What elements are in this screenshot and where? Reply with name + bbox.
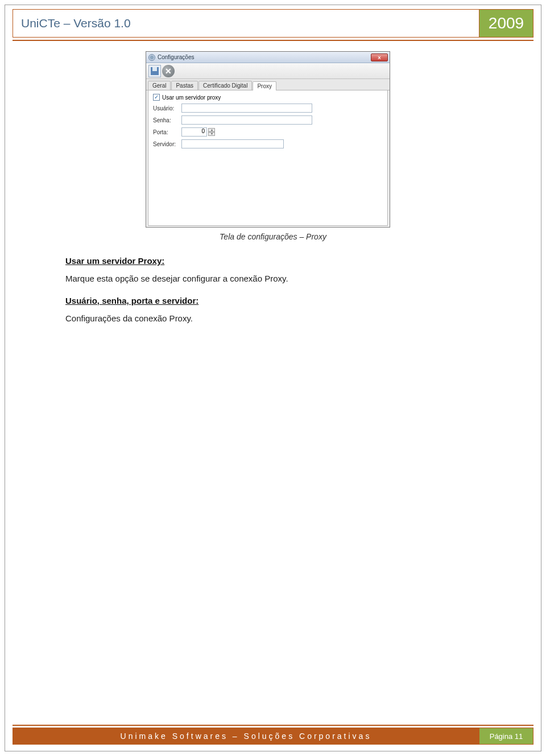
save-button[interactable] [148,65,161,77]
close-icon: X [378,55,380,60]
servidor-label: Servidor: [153,141,181,147]
porta-row: Porta: 0 ▴ ▾ [153,127,383,137]
footer-page-box: Página 11 [479,728,533,745]
use-proxy-row: ✓ Usar um servidor proxy [153,94,383,101]
gear-icon [148,54,155,61]
tab-label: Proxy [257,83,272,89]
porta-spinner[interactable]: ▴ ▾ [208,128,215,136]
footer-divider [13,725,533,726]
senha-input[interactable] [181,115,312,125]
spin-down-icon[interactable]: ▾ [208,132,215,136]
senha-label: Senha: [153,117,181,123]
footer-company-box: Unimake Softwares – Soluções Corporativa… [13,728,479,745]
cancel-icon: ✕ [165,67,172,76]
section1-para: Marque esta opção se desejar configurar … [65,274,481,283]
window-title: Configurações [158,54,194,60]
titlebar: Configurações X [146,52,390,63]
servidor-input[interactable] [181,139,284,148]
config-window: Configurações X ✕ Geral Pastas Certifica… [146,51,390,228]
footer-company: Unimake Softwares – Soluções Corporativa… [121,732,372,741]
senha-row: Senha: [153,115,383,125]
tab-content-proxy: ✓ Usar um servidor proxy Usuário: Senha:… [148,90,388,226]
spin-up-icon[interactable]: ▴ [208,128,215,132]
usuario-input[interactable] [181,104,312,113]
footer-page: Página 11 [490,732,523,741]
header-year-box: 2009 [479,9,533,38]
header-year: 2009 [489,14,524,32]
usuario-label: Usuário: [153,105,181,111]
tab-geral[interactable]: Geral [148,81,171,90]
tab-proxy[interactable]: Proxy [253,81,276,90]
porta-value: 0 [201,128,205,134]
tabstrip: Geral Pastas Certificado Digital Proxy [146,79,390,90]
use-proxy-label: Usar um servidor proxy [162,94,221,101]
porta-input[interactable]: 0 [181,127,207,137]
section2-heading: Usuário, senha, porta e servidor: [65,296,481,305]
cancel-button[interactable]: ✕ [162,65,175,77]
page-footer: Unimake Softwares – Soluções Corporativa… [13,728,533,745]
tab-label: Certificado Digital [203,82,247,89]
porta-label: Porta: [153,129,181,135]
tab-label: Geral [152,82,166,89]
check-icon: ✓ [154,94,159,100]
header-title: UniCTe – Versão 1.0 [21,16,131,30]
page-header: UniCTe – Versão 1.0 2009 [13,9,533,38]
tab-pastas[interactable]: Pastas [171,81,198,90]
toolbar: ✕ [146,63,390,79]
section1-heading: Usar um servidor Proxy: [65,256,481,266]
tab-certificado[interactable]: Certificado Digital [198,81,252,90]
screenshot-caption: Tela de configurações – Proxy [65,232,481,241]
close-button[interactable]: X [371,53,388,61]
header-divider [13,40,533,41]
usuario-row: Usuário: [153,103,383,113]
servidor-row: Servidor: [153,139,383,149]
header-left-box: UniCTe – Versão 1.0 [13,9,479,38]
tab-label: Pastas [176,82,193,89]
section2-para: Configurações da conexão Proxy. [65,313,481,323]
body-text: Tela de configurações – Proxy Usar um se… [65,232,481,336]
use-proxy-checkbox[interactable]: ✓ [153,94,160,101]
